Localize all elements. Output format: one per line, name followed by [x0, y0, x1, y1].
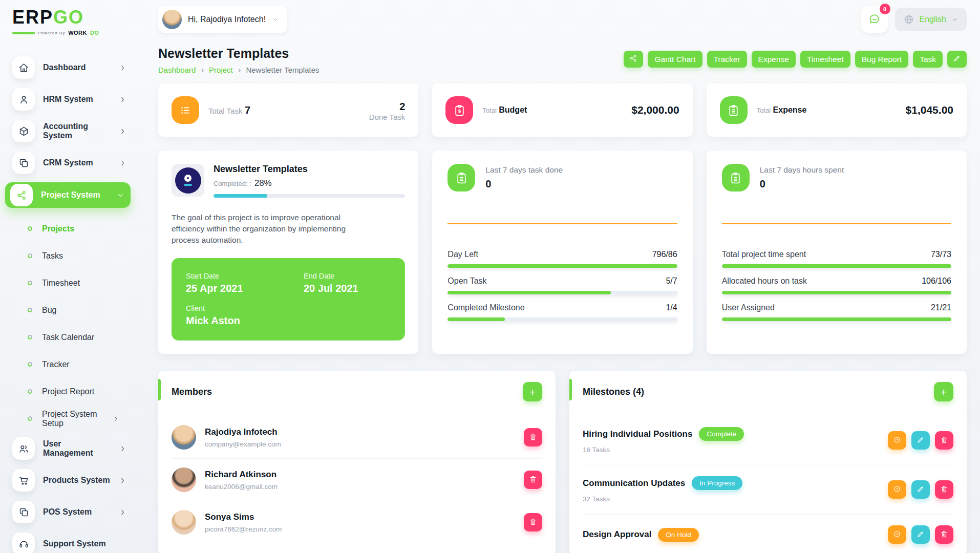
budget-amount-block: $2,000.00	[631, 104, 679, 116]
member-info: Rajodiya Infotechcompany@example.com	[205, 427, 281, 448]
project-logo-mark	[175, 167, 201, 194]
members-card: Members + Rajodiya Infotechcompany@examp…	[158, 371, 556, 553]
messages-button[interactable]: 0	[861, 6, 888, 33]
edit-button[interactable]	[947, 51, 967, 68]
delete-milestone-button[interactable]	[935, 431, 953, 450]
main-content: Hi, Rajodiya Infotech! 0 English Newslet…	[136, 0, 980, 553]
trash-icon	[940, 485, 948, 495]
sidebar-item-label: Project System	[41, 190, 100, 200]
sidebar-item-hrm-system[interactable]: HRM System	[12, 87, 126, 112]
delete-milestone-button[interactable]	[935, 525, 953, 544]
clipboard-dollar-icon: $	[445, 96, 473, 124]
task-button[interactable]: Task	[913, 51, 943, 68]
add-member-button[interactable]: +	[523, 382, 542, 401]
edit-milestone-button[interactable]	[911, 431, 930, 450]
tracker-button[interactable]: Tracker	[707, 51, 747, 68]
share-button[interactable]	[624, 51, 643, 68]
edit-milestone-button[interactable]	[911, 480, 930, 499]
bullet-icon	[27, 226, 33, 231]
page-title-block: Newsletter Templates Dashboard›Project›N…	[158, 46, 319, 74]
avatar	[172, 510, 196, 535]
delete-member-button[interactable]	[524, 428, 542, 446]
end-date-block: End Date 20 Jul 2021	[304, 272, 391, 294]
progress-bar	[448, 264, 677, 268]
gantt-chart-button[interactable]: Gantt Chart	[648, 51, 702, 68]
sidebar-subitem-project-report[interactable]: Project Report	[12, 378, 126, 405]
status-badge: In Progress	[692, 476, 742, 490]
page-title: Newsletter Templates	[158, 46, 319, 61]
lists-row: Members + Rajodiya Infotechcompany@examp…	[158, 371, 967, 553]
delete-member-button[interactable]	[524, 513, 542, 531]
brand-name-erp: ERP	[12, 7, 53, 28]
milestone-actions	[888, 431, 953, 450]
delete-milestone-button[interactable]	[935, 480, 953, 499]
eye-icon	[893, 485, 901, 495]
trash-icon	[529, 433, 537, 442]
expense-button[interactable]: Expense	[752, 51, 796, 68]
sidebar-subitem-projects[interactable]: Projects	[12, 215, 126, 242]
page-actions: Gantt ChartTrackerExpenseTimesheetBug Re…	[624, 51, 967, 68]
breadcrumb-link-dashboard[interactable]: Dashboard	[158, 66, 196, 74]
sidebar-subitem-timesheet[interactable]: Timesheet	[12, 269, 126, 296]
done-task-label: Done Task	[369, 113, 406, 121]
stats-row: Total Task 7 2 Done Task $ Total Budget …	[158, 83, 967, 137]
sidebar-item-label: Products System	[43, 476, 110, 485]
breadcrumb-link-project[interactable]: Project	[209, 66, 233, 74]
sidebar-item-products-system[interactable]: Products System	[12, 468, 126, 493]
hours-summary-value: 0	[760, 178, 844, 190]
brand-underline	[12, 32, 35, 34]
delete-member-button[interactable]	[524, 471, 542, 489]
add-milestone-button[interactable]: +	[934, 382, 953, 401]
timesheet-button[interactable]: Timesheet	[800, 51, 850, 68]
notification-badge: 0	[880, 4, 890, 14]
sidebar-item-accounting-system[interactable]: Accounting System	[12, 119, 126, 143]
hours-summary-title: Last 7 days hours spent	[760, 164, 844, 175]
pencil-icon	[953, 54, 961, 65]
sidebar-item-user-management[interactable]: User Management	[12, 436, 126, 461]
user-menu-button[interactable]: Hi, Rajodiya Infotech!	[158, 6, 287, 33]
sidebar-item-project-system[interactable]: Project System	[5, 182, 131, 208]
progress-bar	[448, 291, 677, 294]
view-milestone-button[interactable]	[888, 525, 906, 544]
total-task-value: 7	[245, 104, 250, 116]
milestone-row: Design ApprovalOn Hold	[583, 515, 953, 553]
project-head: Newsletter Templates Completed: : 28%	[172, 164, 405, 198]
sidebar-subitem-task-calendar[interactable]: Task Calendar	[12, 324, 126, 351]
sidebar-subitem-label: Bug	[42, 306, 56, 315]
trash-icon	[529, 475, 537, 485]
budget-amount: $2,000.00	[631, 104, 679, 116]
sidebar-item-pos-system[interactable]: POS System	[12, 500, 126, 524]
view-milestone-button[interactable]	[888, 480, 906, 499]
sidebar-nav: DashboardHRM SystemAccounting SystemCRM …	[12, 55, 126, 553]
sidebar-item-support-system[interactable]: Support System	[12, 531, 126, 553]
sidebar-item-label: Support System	[43, 539, 106, 548]
language-selector[interactable]: English	[895, 8, 967, 31]
pencil-icon	[917, 436, 925, 445]
total-task-card: Total Task 7 2 Done Task	[158, 83, 418, 137]
task-summary-value: 0	[485, 178, 563, 190]
brand-logo[interactable]: ERPGO Powered By WORK DO	[12, 8, 126, 36]
breadcrumb: Dashboard›Project›Newsletter Templates	[158, 66, 319, 74]
client-label: Client	[186, 304, 304, 312]
sidebar-subitem-tracker[interactable]: Tracker	[12, 351, 126, 378]
done-task-block: 2 Done Task	[369, 99, 406, 121]
bullet-icon	[27, 253, 33, 259]
sidebar-subitem-project-system-setup[interactable]: Project System Setup	[12, 405, 126, 432]
summary-row-value: 21/21	[931, 303, 951, 312]
summary-row-label: Open Task	[448, 276, 486, 286]
member-row: Richard Atkinsonkeanu2006@gmail.com	[172, 459, 542, 501]
view-milestone-button[interactable]	[888, 431, 906, 450]
sidebar-item-crm-system[interactable]: CRM System	[12, 151, 126, 175]
edit-milestone-button[interactable]	[911, 525, 930, 544]
summary-row-value: 73/73	[931, 250, 951, 259]
sidebar-subitem-tasks[interactable]: Tasks	[12, 242, 126, 269]
sidebar-subitem-bug[interactable]: Bug	[12, 296, 126, 324]
bug-report-button[interactable]: Bug Report	[855, 51, 908, 68]
sidebar-item-dashboard[interactable]: Dashboard	[12, 55, 126, 80]
chevron-right-icon	[119, 96, 126, 103]
total-budget-card: $ Total Budget $2,000.00	[432, 83, 692, 137]
task-summary-title: Last 7 days task done	[485, 164, 563, 175]
sidebar-item-label: POS System	[43, 507, 92, 517]
sidebar-item-label: User Management	[43, 439, 111, 458]
language-label: English	[920, 15, 946, 24]
